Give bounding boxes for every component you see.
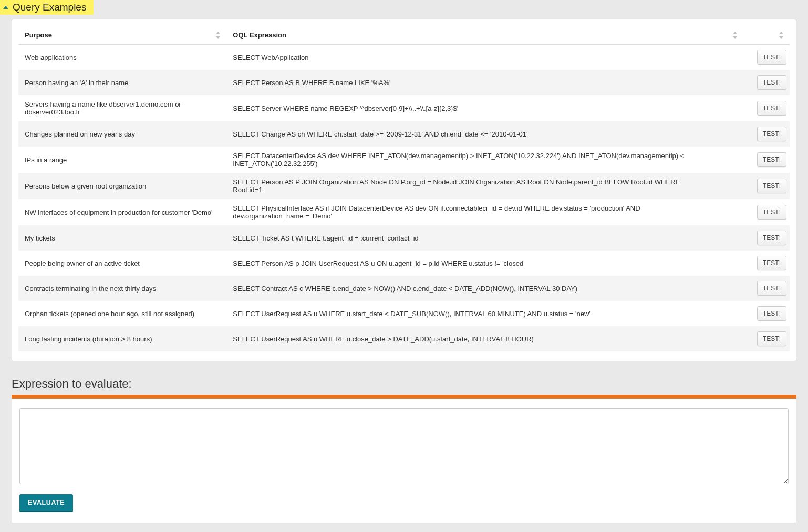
table-row: Long lasting incidents (duration > 8 hou… <box>18 326 790 351</box>
test-button[interactable]: TEST! <box>757 205 786 220</box>
orange-divider <box>12 395 796 399</box>
query-examples-card: Purpose OQL Expression Web applicationsS… <box>12 19 796 361</box>
column-header-purpose[interactable]: Purpose <box>18 26 226 45</box>
sort-icon <box>732 32 738 39</box>
test-button[interactable]: TEST! <box>757 231 786 245</box>
query-examples-table: Purpose OQL Expression Web applicationsS… <box>18 26 790 351</box>
test-button[interactable]: TEST! <box>757 152 786 167</box>
cell-empty <box>705 251 743 276</box>
cell-oql: SELECT WebApplication <box>226 45 705 70</box>
expression-textarea[interactable] <box>19 408 789 484</box>
cell-purpose: Web applications <box>18 45 226 70</box>
cell-purpose: Orphan tickets (opened one hour ago, sti… <box>18 301 226 326</box>
query-examples-toggle[interactable]: Query Examples <box>0 0 94 15</box>
cell-action: TEST! <box>743 70 790 95</box>
cell-empty <box>705 326 743 351</box>
cell-oql: SELECT Ticket AS t WHERE t.agent_id = :c… <box>226 225 705 251</box>
test-button[interactable]: TEST! <box>757 331 786 346</box>
sort-icon <box>778 32 784 39</box>
cell-purpose: People being owner of an active ticket <box>18 251 226 276</box>
table-row: Person having an 'A' in their nameSELECT… <box>18 70 790 95</box>
cell-action: TEST! <box>743 147 790 173</box>
test-button[interactable]: TEST! <box>757 101 786 116</box>
column-header-action[interactable] <box>743 26 790 45</box>
cell-empty <box>705 276 743 301</box>
cell-empty <box>705 45 743 70</box>
cell-action: TEST! <box>743 45 790 70</box>
test-button[interactable]: TEST! <box>757 256 786 270</box>
cell-oql: SELECT UserRequest AS u WHERE u.start_da… <box>226 301 705 326</box>
cell-oql: SELECT UserRequest AS u WHERE u.close_da… <box>226 326 705 351</box>
cell-action: TEST! <box>743 251 790 276</box>
cell-oql: SELECT Person AS P JOIN Organization AS … <box>226 173 705 199</box>
cell-purpose: Contracts terminating in the next thirty… <box>18 276 226 301</box>
column-header-label: OQL Expression <box>233 31 286 39</box>
cell-oql: SELECT Person AS p JOIN UserRequest AS u… <box>226 251 705 276</box>
cell-purpose: IPs in a range <box>18 147 226 173</box>
cell-empty <box>705 95 743 121</box>
cell-empty <box>705 173 743 199</box>
cell-purpose: Changes planned on new year's day <box>18 121 226 147</box>
test-button[interactable]: TEST! <box>757 179 786 193</box>
test-button[interactable]: TEST! <box>757 306 786 321</box>
column-header-oql[interactable]: OQL Expression <box>226 26 705 45</box>
cell-empty <box>705 121 743 147</box>
cell-action: TEST! <box>743 276 790 301</box>
evaluate-card: EVALUATE <box>12 399 796 523</box>
cell-purpose: NW interfaces of equipment in production… <box>18 199 226 225</box>
cell-oql: SELECT Contract AS c WHERE c.end_date > … <box>226 276 705 301</box>
cell-oql: SELECT PhysicalInterface AS if JOIN Data… <box>226 199 705 225</box>
cell-purpose: My tickets <box>18 225 226 251</box>
cell-action: TEST! <box>743 95 790 121</box>
cell-action: TEST! <box>743 326 790 351</box>
cell-action: TEST! <box>743 173 790 199</box>
cell-empty <box>705 225 743 251</box>
cell-action: TEST! <box>743 225 790 251</box>
cell-oql: SELECT Server WHERE name REGEXP '^dbserv… <box>226 95 705 121</box>
table-row: People being owner of an active ticketSE… <box>18 251 790 276</box>
cell-oql: SELECT Change AS ch WHERE ch.start_date … <box>226 121 705 147</box>
cell-empty <box>705 199 743 225</box>
cell-empty <box>705 70 743 95</box>
column-header-label: Purpose <box>25 31 52 39</box>
cell-action: TEST! <box>743 199 790 225</box>
cell-purpose: Servers having a name like dbserver1.dem… <box>18 95 226 121</box>
table-row: Persons below a given root organizationS… <box>18 173 790 199</box>
cell-purpose: Persons below a given root organization <box>18 173 226 199</box>
test-button[interactable]: TEST! <box>757 127 786 141</box>
table-row: IPs in a rangeSELECT DatacenterDevice AS… <box>18 147 790 173</box>
table-row: Contracts terminating in the next thirty… <box>18 276 790 301</box>
cell-empty <box>705 147 743 173</box>
table-row: Orphan tickets (opened one hour ago, sti… <box>18 301 790 326</box>
table-row: My ticketsSELECT Ticket AS t WHERE t.age… <box>18 225 790 251</box>
table-row: Servers having a name like dbserver1.dem… <box>18 95 790 121</box>
table-row: NW interfaces of equipment in production… <box>18 199 790 225</box>
column-header-sort[interactable] <box>705 26 743 45</box>
cell-purpose: Person having an 'A' in their name <box>18 70 226 95</box>
expression-section-title: Expression to evaluate: <box>12 377 796 391</box>
cell-action: TEST! <box>743 301 790 326</box>
chevron-up-icon <box>3 6 8 9</box>
test-button[interactable]: TEST! <box>757 75 786 90</box>
cell-oql: SELECT DatacenterDevice AS dev WHERE INE… <box>226 147 705 173</box>
cell-oql: SELECT Person AS B WHERE B.name LIKE '%A… <box>226 70 705 95</box>
test-button[interactable]: TEST! <box>757 281 786 296</box>
cell-purpose: Long lasting incidents (duration > 8 hou… <box>18 326 226 351</box>
cell-action: TEST! <box>743 121 790 147</box>
panel-title: Query Examples <box>13 2 86 13</box>
cell-empty <box>705 301 743 326</box>
table-row: Web applicationsSELECT WebApplicationTES… <box>18 45 790 70</box>
sort-icon <box>215 32 221 39</box>
evaluate-button[interactable]: EVALUATE <box>19 494 73 512</box>
test-button[interactable]: TEST! <box>757 50 786 65</box>
table-row: Changes planned on new year's daySELECT … <box>18 121 790 147</box>
